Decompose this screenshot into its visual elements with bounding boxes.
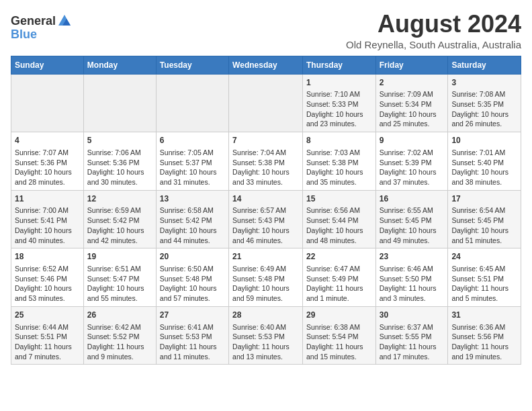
logo: General Blue <box>11 13 72 41</box>
cell-text-line: Sunrise: 6:52 AM <box>15 264 80 274</box>
calendar-cell: 5Sunrise: 7:06 AMSunset: 5:36 PMDaylight… <box>83 132 156 191</box>
calendar-cell: 17Sunrise: 6:54 AMSunset: 5:45 PMDayligh… <box>448 190 521 248</box>
calendar-cell: 15Sunrise: 6:56 AMSunset: 5:44 PMDayligh… <box>302 190 375 248</box>
cell-text-line: Sunrise: 7:08 AM <box>451 89 517 99</box>
day-number: 1 <box>306 77 372 89</box>
cell-text-line: Daylight: 10 hours <box>380 226 445 236</box>
cell-text-line: Daylight: 11 hours <box>380 342 445 352</box>
day-number: 27 <box>160 310 225 321</box>
cell-text-line: and 11 minutes. <box>160 352 225 362</box>
header-wednesday: Wednesday <box>229 56 303 74</box>
header-saturday: Saturday <box>448 56 521 74</box>
cell-text-line: Sunset: 5:41 PM <box>15 216 80 226</box>
calendar-cell: 21Sunrise: 6:49 AMSunset: 5:48 PMDayligh… <box>229 248 303 307</box>
calendar-cell: 9Sunrise: 7:02 AMSunset: 5:39 PMDaylight… <box>375 132 448 191</box>
cell-text-line: Daylight: 11 hours <box>306 342 372 352</box>
day-number: 28 <box>232 310 299 321</box>
cell-text-line: Sunrise: 7:01 AM <box>451 148 517 158</box>
page-subtitle: Old Reynella, South Australia, Australia <box>346 39 521 50</box>
cell-text-line: Sunrise: 6:59 AM <box>87 205 152 216</box>
day-number: 20 <box>160 251 225 263</box>
calendar-cell <box>83 74 156 132</box>
logo-general-text: General <box>11 15 56 27</box>
calendar-cell: 1Sunrise: 7:10 AMSunset: 5:33 PMDaylight… <box>302 74 375 132</box>
calendar-cell: 27Sunrise: 6:41 AMSunset: 5:53 PMDayligh… <box>156 306 228 365</box>
calendar-cell: 18Sunrise: 6:52 AMSunset: 5:46 PMDayligh… <box>11 248 84 307</box>
cell-text-line: Daylight: 10 hours <box>306 167 372 177</box>
day-number: 21 <box>232 251 299 263</box>
cell-text-line: Daylight: 10 hours <box>160 226 225 236</box>
cell-text-line: Daylight: 10 hours <box>15 226 80 236</box>
day-number: 4 <box>15 135 80 146</box>
cell-text-line: Daylight: 10 hours <box>160 167 225 177</box>
cell-text-line: and 59 minutes. <box>232 293 299 304</box>
cell-text-line: Sunset: 5:33 PM <box>306 99 372 109</box>
cell-text-line: and 57 minutes. <box>160 293 225 304</box>
calendar-cell: 24Sunrise: 6:45 AMSunset: 5:51 PMDayligh… <box>448 248 521 307</box>
title-block: August 2024 Old Reynella, South Australi… <box>346 11 521 50</box>
calendar-cell: 2Sunrise: 7:09 AMSunset: 5:34 PMDaylight… <box>375 74 448 132</box>
day-number: 2 <box>380 77 445 89</box>
day-number: 29 <box>306 310 372 321</box>
cell-text-line: Sunset: 5:36 PM <box>87 158 152 168</box>
cell-text-line: Daylight: 10 hours <box>87 283 152 293</box>
calendar-cell: 4Sunrise: 7:07 AMSunset: 5:36 PMDaylight… <box>11 132 84 191</box>
calendar-cell: 12Sunrise: 6:59 AMSunset: 5:42 PMDayligh… <box>83 190 156 248</box>
cell-text-line: Sunrise: 6:37 AM <box>380 322 445 332</box>
cell-text-line: Sunrise: 7:02 AM <box>380 148 445 158</box>
cell-text-line: Sunrise: 6:50 AM <box>160 264 225 274</box>
cell-text-line: Sunrise: 7:00 AM <box>15 205 80 216</box>
cell-text-line: Sunset: 5:53 PM <box>160 332 225 342</box>
cell-text-line: Sunset: 5:46 PM <box>15 274 80 284</box>
cell-text-line: Sunset: 5:45 PM <box>451 216 517 226</box>
cell-text-line: Sunrise: 7:10 AM <box>306 89 372 99</box>
cell-text-line: and 33 minutes. <box>232 177 299 187</box>
cell-text-line: and 25 minutes. <box>380 119 445 129</box>
calendar-table: SundayMondayTuesdayWednesdayThursdayFrid… <box>11 56 521 365</box>
cell-text-line: and 17 minutes. <box>380 352 445 362</box>
cell-text-line: Daylight: 10 hours <box>306 109 372 120</box>
day-number: 8 <box>306 135 372 146</box>
cell-text-line: Sunrise: 7:06 AM <box>87 148 152 158</box>
day-number: 26 <box>87 310 152 321</box>
cell-text-line: Sunset: 5:38 PM <box>232 158 299 168</box>
calendar-cell: 8Sunrise: 7:03 AMSunset: 5:38 PMDaylight… <box>302 132 375 191</box>
cell-text-line: Daylight: 10 hours <box>15 283 80 293</box>
calendar-cell: 19Sunrise: 6:51 AMSunset: 5:47 PMDayligh… <box>83 248 156 307</box>
cell-text-line: Daylight: 10 hours <box>232 283 299 293</box>
cell-text-line: Sunset: 5:56 PM <box>451 332 517 342</box>
day-number: 15 <box>306 193 372 205</box>
cell-text-line: Sunrise: 7:04 AM <box>232 148 299 158</box>
day-number: 30 <box>380 310 445 321</box>
cell-text-line: Daylight: 11 hours <box>451 283 517 293</box>
day-number: 7 <box>232 135 299 146</box>
header-friday: Friday <box>375 56 448 74</box>
header: General Blue August 2024 Old Reynella, S… <box>11 11 521 50</box>
day-number: 17 <box>451 193 517 205</box>
cell-text-line: Sunset: 5:36 PM <box>15 158 80 168</box>
day-number: 5 <box>87 135 152 146</box>
calendar-cell: 29Sunrise: 6:38 AMSunset: 5:54 PMDayligh… <box>302 306 375 365</box>
cell-text-line: Sunrise: 6:41 AM <box>160 322 225 332</box>
cell-text-line: Daylight: 10 hours <box>15 167 80 177</box>
cell-text-line: Sunrise: 6:42 AM <box>87 322 152 332</box>
calendar-week-3: 11Sunrise: 7:00 AMSunset: 5:41 PMDayligh… <box>11 190 521 248</box>
calendar-cell: 14Sunrise: 6:57 AMSunset: 5:43 PMDayligh… <box>229 190 303 248</box>
cell-text-line: Daylight: 10 hours <box>306 226 372 236</box>
calendar-cell <box>229 74 303 132</box>
calendar-cell: 20Sunrise: 6:50 AMSunset: 5:48 PMDayligh… <box>156 248 228 307</box>
cell-text-line: and 3 minutes. <box>380 293 445 304</box>
day-number: 13 <box>160 193 225 205</box>
calendar-cell: 11Sunrise: 7:00 AMSunset: 5:41 PMDayligh… <box>11 190 84 248</box>
cell-text-line: Daylight: 10 hours <box>451 109 517 120</box>
cell-text-line: and 55 minutes. <box>87 293 152 304</box>
calendar-cell <box>156 74 228 132</box>
cell-text-line: Sunset: 5:45 PM <box>380 216 445 226</box>
cell-text-line: and 40 minutes. <box>15 236 80 246</box>
cell-text-line: and 31 minutes. <box>160 177 225 187</box>
cell-text-line: Sunset: 5:40 PM <box>451 158 517 168</box>
calendar-header-row: SundayMondayTuesdayWednesdayThursdayFrid… <box>11 56 521 74</box>
cell-text-line: and 15 minutes. <box>306 352 372 362</box>
cell-text-line: and 42 minutes. <box>87 236 152 246</box>
cell-text-line: and 9 minutes. <box>87 352 152 362</box>
